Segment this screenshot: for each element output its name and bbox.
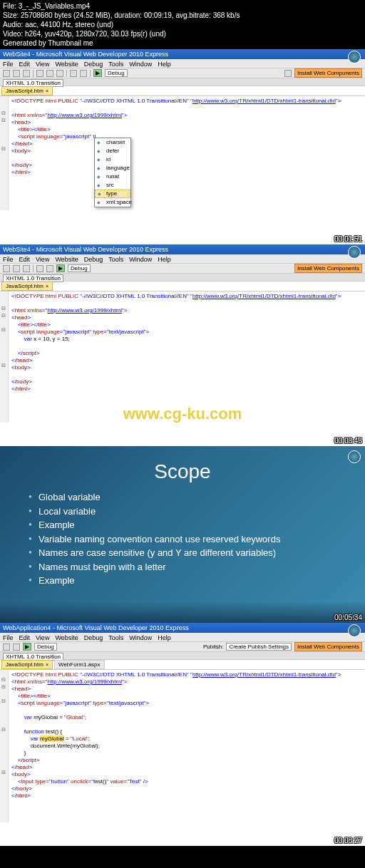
ide-toolbar: ▶ Debug Publish: Create Publish Settings… [0, 642, 365, 652]
ide-title-text: WebSite4 - Microsoft Visual Web Develope… [3, 51, 168, 58]
menu-file[interactable]: File [3, 634, 14, 640]
menu-window[interactable]: Window [129, 634, 152, 640]
menu-view[interactable]: View [36, 634, 49, 640]
intellisense-item[interactable]: runat [95, 172, 130, 181]
save-icon[interactable] [23, 265, 30, 272]
tab-label: JavaScript.htm [6, 88, 43, 94]
file-tab-inactive[interactable]: WebForm1.aspx [54, 660, 105, 669]
menu-website[interactable]: Website [55, 256, 78, 262]
code-content[interactable]: <!DOCTYPE html PUBLIC "-//W3C//DTD XHTML… [9, 670, 365, 822]
menu-help[interactable]: Help [158, 61, 171, 66]
menu-debug[interactable]: Debug [84, 256, 103, 262]
ide-toolbar: ▶ Debug Install Web Components [0, 264, 365, 274]
new-file-icon[interactable] [3, 265, 10, 272]
intellisense-item[interactable]: language [95, 164, 130, 172]
menu-edit[interactable]: Edit [19, 61, 31, 66]
menu-view[interactable]: View [36, 256, 49, 262]
tab-label: JavaScript.htm [6, 661, 43, 668]
ide-thumbnail-4: WebApplication4 - Microsoft Visual Web D… [0, 623, 365, 846]
intellisense-item[interactable]: id [95, 155, 130, 164]
code-editor[interactable]: <!DOCTYPE html PUBLIC "-//W3C//DTD XHTML… [0, 96, 365, 210]
config-dropdown[interactable]: Debug [34, 643, 57, 651]
menu-tools[interactable]: Tools [108, 61, 123, 66]
tab-label: WebForm1.aspx [58, 661, 101, 668]
meta-file: File: 3_-_JS_Variables.mp4 [3, 1, 362, 11]
component-icon[interactable] [284, 70, 292, 77]
code-editor[interactable]: <!DOCTYPE html PUBLIC "-//W3C//DTD XHTML… [0, 291, 365, 423]
slide-bullet: Names are case sensitive (y and Y are di… [29, 546, 358, 560]
intellisense-item[interactable]: src [95, 181, 130, 190]
ide-menubar: File Edit View Website Debug Tools Windo… [0, 254, 365, 264]
intellisense-popup[interactable]: charset defer id language runat src type… [94, 138, 131, 207]
menu-window[interactable]: Window [129, 256, 152, 262]
install-components-button[interactable]: Install Web Components [294, 68, 362, 78]
redo-icon[interactable] [80, 70, 87, 77]
run-button[interactable]: ▶ [56, 264, 65, 272]
save-icon[interactable] [13, 644, 20, 651]
paste-icon[interactable] [56, 70, 63, 77]
menu-edit[interactable]: Edit [19, 634, 31, 640]
tab-close-icon[interactable]: × [46, 662, 48, 667]
menu-help[interactable]: Help [158, 256, 171, 262]
code-gutter [0, 670, 9, 822]
publish-settings-button[interactable]: Create Publish Settings [226, 643, 292, 651]
toolbar-separator [33, 70, 34, 77]
config-dropdown[interactable]: Debug [105, 69, 128, 77]
undo-icon[interactable] [70, 70, 77, 77]
open-icon[interactable] [13, 265, 20, 272]
file-tab-active[interactable]: JavaScript.htm × [1, 86, 53, 95]
menu-website[interactable]: Website [55, 61, 78, 66]
timestamp-overlay: 00:05:34 [334, 614, 362, 621]
new-file-icon[interactable] [3, 70, 10, 77]
copy-icon[interactable] [46, 70, 53, 77]
slide-bullet: Global variable [29, 490, 358, 505]
install-components-button[interactable]: Install Web Components [294, 642, 362, 651]
code-content[interactable]: <!DOCTYPE html PUBLIC "-//W3C//DTD XHTML… [9, 291, 365, 423]
save-icon[interactable] [23, 70, 30, 77]
toolbar-separator [90, 70, 91, 77]
ide-thumbnail-2: WebSite4 - Microsoft Visual Web Develope… [0, 244, 365, 446]
slide-title: Scope [7, 460, 358, 483]
menu-edit[interactable]: Edit [19, 256, 31, 262]
menu-tools[interactable]: Tools [108, 634, 123, 640]
intellisense-item[interactable]: defer [95, 147, 130, 155]
config-dropdown[interactable]: Debug [68, 264, 91, 272]
new-file-icon[interactable] [3, 644, 10, 651]
user-avatar-icon [348, 51, 361, 63]
file-tab-active[interactable]: JavaScript.htm × [1, 660, 53, 669]
code-editor[interactable]: <!DOCTYPE html PUBLIC "-//W3C//DTD XHTML… [0, 670, 365, 822]
code-content[interactable]: <!DOCTYPE html PUBLIC "-//W3C//DTD XHTML… [9, 96, 365, 210]
menu-debug[interactable]: Debug [84, 61, 103, 66]
menu-window[interactable]: Window [129, 61, 152, 66]
doctype-bar: XHTML 1.0 Transition [0, 274, 365, 281]
menu-file[interactable]: File [3, 256, 14, 262]
menu-view[interactable]: View [36, 61, 49, 66]
cut-icon[interactable] [36, 70, 43, 77]
cut-icon[interactable] [36, 265, 43, 272]
run-button[interactable]: ▶ [23, 643, 31, 651]
menu-file[interactable]: File [3, 61, 14, 66]
menu-help[interactable]: Help [158, 634, 171, 640]
slide-bullet: Variable naming convention cannot use re… [29, 532, 358, 547]
user-avatar-icon [348, 624, 361, 637]
timestamp-overlay: 00:03:43 [334, 437, 362, 445]
install-components-button[interactable]: Install Web Components [294, 264, 362, 273]
file-tabs: JavaScript.htm × WebForm1.aspx [0, 660, 365, 670]
open-icon[interactable] [13, 70, 20, 77]
tab-label: JavaScript.htm [6, 283, 43, 289]
menu-debug[interactable]: Debug [84, 634, 103, 640]
ide-titlebar: WebApplication4 - Microsoft Visual Web D… [0, 623, 365, 633]
intellisense-item[interactable]: xml:space [95, 198, 130, 207]
file-tab-active[interactable]: JavaScript.htm × [1, 281, 53, 291]
intellisense-item[interactable]: charset [95, 138, 130, 147]
code-gutter [0, 291, 9, 423]
menu-tools[interactable]: Tools [108, 256, 123, 262]
slide-bullet: Example [29, 518, 358, 532]
slide-bullet: Local variable [29, 505, 358, 519]
intellisense-item-selected[interactable]: type [95, 190, 130, 198]
run-button[interactable]: ▶ [93, 69, 102, 77]
tab-close-icon[interactable]: × [46, 284, 48, 289]
tab-close-icon[interactable]: × [46, 88, 48, 93]
copy-icon[interactable] [46, 265, 53, 272]
menu-website[interactable]: Website [55, 634, 78, 640]
